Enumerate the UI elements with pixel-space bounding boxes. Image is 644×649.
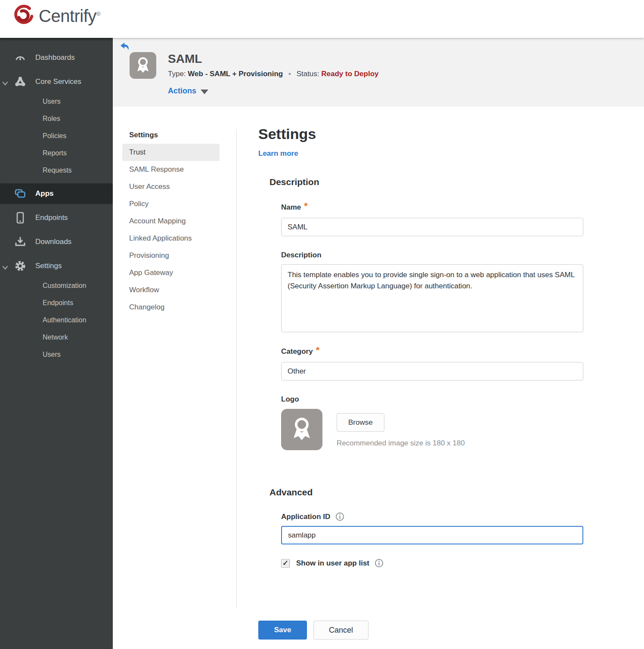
page-title: Settings (258, 126, 585, 142)
app-meta: Type: Web - SAML + Provisioning • Status… (168, 70, 378, 78)
apps-icon (14, 188, 26, 200)
subnav-item-account-mapping[interactable]: Account Mapping (122, 213, 220, 230)
type-value: Web - SAML + Provisioning (188, 70, 283, 78)
subnav-item-linked-applications[interactable]: Linked Applications (122, 230, 220, 247)
sidebar-item-settings[interactable]: Settings (0, 256, 113, 276)
sidebar-item-downloads[interactable]: Downloads (0, 232, 113, 252)
subnav-item-workflow[interactable]: Workflow (122, 281, 220, 299)
subnav-item-trust[interactable]: Trust (122, 144, 220, 161)
sidebar-item-users[interactable]: Users (0, 93, 113, 110)
sidebar-item-endpoints-settings[interactable]: Endpoints (0, 294, 113, 312)
chevron-down-icon[interactable] (2, 79, 8, 88)
centrify-logo-icon (12, 3, 35, 28)
status-label: Status: (297, 70, 319, 78)
show-in-user-app-list-label: Show in user app list (296, 559, 369, 568)
form-footer: Save Cancel (258, 621, 368, 640)
sidebar-item-customization[interactable]: Customization (0, 277, 113, 294)
logo-preview (281, 409, 322, 450)
app-subnav: Settings Trust SAML Response User Access… (122, 127, 220, 316)
sidebar-item-label: Endpoints (0, 213, 68, 222)
sidebar-item-endpoints[interactable]: Endpoints (0, 207, 113, 228)
sidebar-item-label: Downloads (0, 238, 71, 246)
required-marker: * (304, 201, 308, 212)
sidebar-item-core-services[interactable]: Core Services (0, 71, 113, 92)
sidebar-item-users-settings[interactable]: Users (0, 346, 113, 363)
award-icon (289, 415, 314, 444)
sidebar-item-label: Dashboards (0, 53, 75, 62)
sidebar-item-apps[interactable]: Apps (0, 183, 113, 204)
trademark: ® (96, 10, 100, 17)
subnav-item-app-gateway[interactable]: App Gateway (122, 264, 220, 281)
award-icon (134, 56, 152, 75)
back-arrow-icon[interactable] (119, 41, 130, 53)
centrify-brand: Centrify® (12, 3, 100, 28)
required-marker: * (316, 345, 320, 356)
show-in-user-app-list-checkbox[interactable] (281, 559, 290, 568)
app-logo (130, 52, 156, 79)
learn-more-link[interactable]: Learn more (258, 149, 298, 158)
name-label: Name * (281, 202, 585, 213)
cluster-icon (14, 76, 26, 88)
subnav-item-policy[interactable]: Policy (122, 195, 220, 213)
actions-button[interactable]: Actions (168, 87, 208, 96)
gear-icon (14, 260, 26, 272)
dropdown-arrow-icon (201, 90, 208, 94)
category-field[interactable] (281, 362, 583, 380)
gauge-icon (14, 52, 26, 64)
subnav-item-user-access[interactable]: User Access (122, 178, 220, 195)
description-section: Description Name * Description This temp… (269, 177, 585, 450)
sidebar-item-network[interactable]: Network (0, 329, 113, 346)
settings-page: Settings Learn more Description Name * D… (258, 126, 585, 568)
chevron-down-icon[interactable] (2, 263, 8, 272)
logo-label: Logo (281, 395, 585, 404)
logo-hint: Recommended image size is 180 x 180 (337, 439, 465, 448)
name-field[interactable] (281, 218, 583, 236)
sidebar: Dashboards Core Services Users Roles Pol… (0, 38, 113, 649)
subnav-item-provisioning[interactable]: Provisioning (122, 247, 220, 264)
category-label: Category * (281, 346, 585, 357)
type-label: Type: (168, 70, 186, 78)
sidebar-item-label: Settings (0, 262, 62, 270)
sidebar-item-dashboards[interactable]: Dashboards (0, 47, 113, 68)
advanced-section-heading: Advanced (269, 487, 585, 498)
subnav-item-saml-response[interactable]: SAML Response (122, 161, 220, 178)
description-field[interactable]: This template enables you to provide sin… (281, 264, 583, 332)
sidebar-item-label: Core Services (0, 77, 81, 86)
sidebar-item-reports[interactable]: Reports (0, 145, 113, 162)
core-services-sublist: Users Roles Policies Reports Requests (0, 92, 113, 183)
app-header: SAML Type: Web - SAML + Provisioning • S… (113, 38, 644, 107)
download-icon (14, 236, 26, 248)
sidebar-item-authentication[interactable]: Authentication (0, 312, 113, 329)
brand-name: Centrify® (39, 6, 100, 26)
description-label: Description (281, 251, 585, 260)
sidebar-item-label: Apps (0, 189, 54, 198)
app-title: SAML (168, 52, 202, 66)
phone-icon (14, 212, 26, 224)
status-badge: Ready to Deploy (321, 70, 378, 78)
separator: • (285, 70, 294, 78)
sidebar-item-policies[interactable]: Policies (0, 127, 113, 145)
sidebar-item-roles[interactable]: Roles (0, 110, 113, 127)
cancel-button[interactable]: Cancel (313, 621, 368, 640)
save-button[interactable]: Save (258, 621, 307, 640)
application-id-label: Application ID (281, 512, 585, 521)
description-section-heading: Description (269, 177, 585, 187)
settings-sublist: Customization Endpoints Authentication N… (0, 276, 113, 368)
subnav-item-changelog[interactable]: Changelog (122, 299, 220, 316)
info-icon[interactable] (375, 559, 384, 568)
info-icon[interactable] (335, 512, 344, 521)
divider (236, 129, 237, 608)
subnav-header: Settings (122, 127, 220, 144)
browse-button[interactable]: Browse (337, 413, 384, 432)
application-id-field[interactable] (281, 526, 583, 544)
advanced-section: Advanced Application ID Show in user app… (269, 487, 585, 568)
top-bar: Centrify® (0, 0, 644, 38)
sidebar-item-requests[interactable]: Requests (0, 162, 113, 179)
